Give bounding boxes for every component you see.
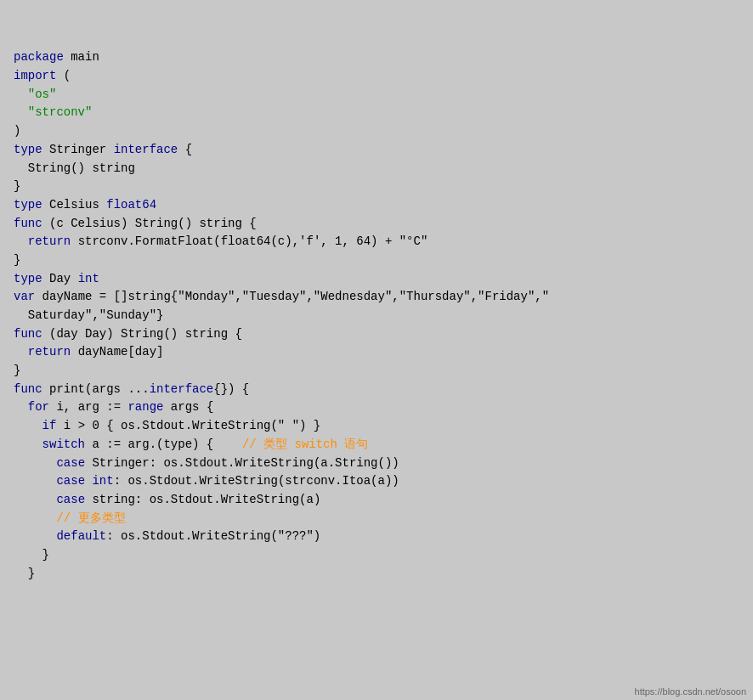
code-line: case string: os.Stdout.WriteString(a) — [14, 491, 739, 510]
code-token: case — [56, 474, 85, 488]
code-token: package — [14, 50, 64, 64]
watermark: https://blog.csdn.net/osoon — [635, 686, 746, 697]
code-token: } — [14, 548, 49, 562]
code-token: // 类型 switch 语句 — [242, 438, 368, 451]
code-token: "strconv" — [14, 105, 92, 119]
code-token: string: os.Stdout.WriteString(a) — [85, 493, 320, 506]
code-line: package main — [14, 48, 739, 67]
code-line: } — [14, 251, 739, 270]
code-token: } — [14, 179, 20, 193]
code-token: dayName = []string{"Monday","Tuesday","W… — [35, 290, 549, 303]
code-token: var — [14, 290, 35, 303]
code-token — [14, 474, 56, 488]
code-token — [14, 345, 28, 358]
code-token: return — [28, 345, 71, 358]
code-line: } — [14, 178, 739, 196]
code-token: ( — [56, 69, 71, 82]
code-line: case int: os.Stdout.WriteString(strconv.… — [14, 472, 739, 491]
code-line: "strconv" — [14, 104, 739, 122]
code-line: type Day int — [14, 270, 739, 289]
code-block: package mainimport ( "os" "strconv")type… — [10, 7, 743, 588]
code-token: type — [14, 198, 42, 212]
code-token: Stringer — [42, 143, 114, 156]
code-line: func print(args ...interface{}) { — [14, 381, 739, 399]
code-line: for i, arg := range args { — [14, 398, 739, 417]
code-line: case Stringer: os.Stdout.WriteString(a.S… — [14, 454, 739, 473]
code-token: String() string — [14, 161, 135, 175]
code-token: args { — [163, 400, 213, 414]
code-token: case — [56, 493, 85, 506]
code-token: for — [28, 400, 49, 414]
code-line: type Stringer interface { — [14, 141, 739, 160]
code-line: default: os.Stdout.WriteString("???") — [14, 528, 739, 546]
code-token: func — [14, 382, 42, 396]
code-token: case — [56, 456, 85, 470]
code-token — [14, 234, 28, 248]
code-token: Saturday","Sunday"} — [14, 308, 163, 322]
code-token — [14, 529, 56, 543]
code-token: int — [92, 474, 113, 488]
code-line: String() string — [14, 160, 739, 178]
code-line: if i > 0 { os.Stdout.WriteString(" ") } — [14, 417, 739, 436]
code-token — [14, 419, 42, 432]
code-token — [14, 456, 56, 470]
code-token: Day — [42, 272, 78, 285]
code-line: import ( — [14, 67, 739, 86]
code-token: i > 0 { os.Stdout.WriteString(" ") } — [56, 419, 320, 432]
code-line: return strconv.FormatFloat(float64(c),'f… — [14, 233, 739, 251]
code-line: } — [14, 546, 739, 565]
code-token: float64 — [106, 198, 156, 212]
code-token: interface — [114, 143, 178, 156]
code-token: range — [127, 400, 163, 414]
code-line: "os" — [14, 86, 739, 104]
code-token: dayName[day] — [71, 345, 163, 358]
code-token: interface — [150, 382, 214, 396]
code-token: print(args ... — [42, 382, 150, 396]
code-token: {}) { — [213, 382, 249, 396]
code-token — [14, 493, 56, 506]
code-token: } — [14, 253, 20, 267]
code-token — [14, 438, 42, 451]
code-line: func (day Day) String() string { — [14, 325, 739, 344]
code-token: type — [14, 272, 42, 285]
code-token: a := arg.(type) { — [85, 438, 242, 451]
code-token: func — [14, 327, 42, 341]
code-token — [14, 511, 56, 525]
code-line: // 更多类型 — [14, 510, 739, 528]
code-token: return — [28, 234, 71, 248]
code-line: var dayName = []string{"Monday","Tuesday… — [14, 288, 739, 307]
code-token: default — [56, 529, 106, 543]
code-token: import — [14, 69, 56, 82]
code-token: int — [78, 272, 99, 285]
code-line: func (c Celsius) String() string { — [14, 215, 739, 234]
code-token: } — [14, 567, 35, 580]
code-token: : os.Stdout.WriteString("???") — [106, 529, 320, 543]
code-token: strconv.FormatFloat(float64(c),'f', 1, 6… — [71, 234, 427, 248]
code-token: main — [64, 50, 99, 64]
code-token: } — [14, 364, 20, 377]
code-line: Saturday","Sunday"} — [14, 307, 739, 325]
code-token: type — [14, 143, 42, 156]
code-line: type Celsius float64 — [14, 196, 739, 215]
code-token: ) — [14, 124, 20, 138]
code-token: Stringer: os.Stdout.WriteString(a.String… — [85, 456, 399, 470]
code-line: } — [14, 565, 739, 584]
code-line: } — [14, 362, 739, 381]
code-token: { — [178, 143, 192, 156]
code-token: : os.Stdout.WriteString(strconv.Itoa(a)) — [114, 474, 399, 488]
code-line: ) — [14, 122, 739, 141]
code-token: (day Day) String() string { — [42, 327, 242, 341]
code-token: func — [14, 217, 42, 230]
code-token: if — [42, 419, 57, 432]
code-token: switch — [42, 438, 85, 451]
code-token: i, arg := — [49, 400, 127, 414]
code-token: Celsius — [42, 198, 107, 212]
code-token: // 更多类型 — [56, 511, 125, 525]
code-token: "os" — [14, 88, 56, 101]
code-token: (c Celsius) String() string { — [42, 217, 257, 230]
code-line: return dayName[day] — [14, 343, 739, 362]
code-token — [14, 400, 28, 414]
code-line: switch a := arg.(type) { // 类型 switch 语句 — [14, 436, 739, 454]
